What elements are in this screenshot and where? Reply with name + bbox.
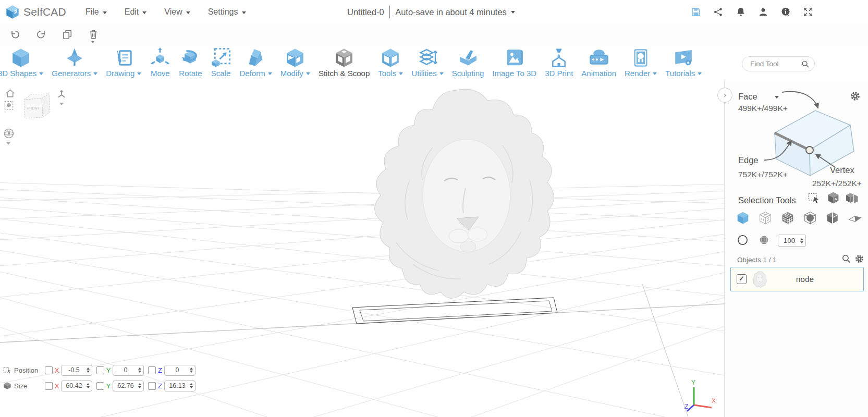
position-z-input[interactable] [164,365,195,376]
toolbar-item-stitch-scoop[interactable]: Stitch & Scoop [319,47,370,78]
orbit-icon[interactable] [3,128,15,139]
objects-settings-gear-icon[interactable] [854,254,864,264]
sphere-cube-mode-icon[interactable] [803,211,817,225]
toolbar-item-label: Tools [378,69,396,78]
find-tool-search[interactable] [742,56,815,71]
chevron-down-icon[interactable] [775,96,779,99]
notifications-icon[interactable] [736,7,746,17]
panel-collapse-button[interactable]: › [717,88,732,103]
stepper-arrows[interactable] [190,383,195,388]
face-mode-label[interactable]: Face [738,92,757,102]
stepper-arrows[interactable] [138,367,143,373]
flat-face-mode-icon[interactable] [848,211,862,225]
marquee-select-icon[interactable] [808,192,820,204]
half-cube-mode-icon[interactable] [826,211,839,225]
size-y-input[interactable] [113,381,144,391]
stepper-arrows[interactable] [138,383,143,388]
size-z-checkbox[interactable] [148,382,156,390]
round-brush-icon[interactable] [737,235,748,246]
toolbar-item-tutorials[interactable]: Tutorials [665,47,702,78]
autosave-text: Auto-save in about 4 minutes [395,7,507,17]
menu-label: Edit [125,7,139,17]
toolbar-item-render[interactable]: Render [625,47,657,78]
size-x-input[interactable] [61,381,92,391]
position-y-input[interactable] [113,365,144,376]
size-y-checkbox[interactable] [96,382,104,390]
toolbar-item-rotate[interactable]: Rotate [179,47,202,78]
mesh-sphere-icon[interactable] [759,235,769,245]
fullscreen-icon[interactable] [803,7,813,17]
toolbar-item-scale[interactable]: Scale [211,47,231,78]
toolbar-item-utilities[interactable]: Utilities [411,47,443,78]
axis-view-icon[interactable] [56,89,67,100]
save-icon[interactable] [691,7,701,17]
fit-view-icon[interactable] [4,101,14,110]
edge-mode-label[interactable]: Edge [738,155,759,165]
size-z-input[interactable] [164,381,195,391]
size-y-value[interactable] [113,382,138,390]
vertex-mode-label[interactable]: Vertex [830,165,854,175]
toolbar-item-modify[interactable]: Modify [280,47,310,78]
size-z-value[interactable] [165,382,190,390]
toolbar-item-label: Utilities [411,69,436,78]
position-x-checkbox[interactable] [45,366,53,374]
share-icon[interactable] [713,7,724,17]
document-title[interactable]: Untitled-0 [347,7,384,17]
position-x-value[interactable] [62,366,87,374]
cube-stack-select-icon[interactable] [846,191,859,204]
toolbar-item-tools[interactable]: Tools [378,47,403,78]
undo-icon[interactable] [9,29,21,41]
account-icon[interactable] [758,7,768,17]
position-y-checkbox[interactable] [96,366,104,374]
toolbar-item-move[interactable]: Move [150,47,170,78]
chevron-down-icon [186,11,190,14]
select-all-mode-icon[interactable] [736,211,750,225]
gear-icon[interactable] [850,91,861,102]
wireframe-mode-icon[interactable] [759,211,772,225]
menu-settings[interactable]: Settings [199,7,255,17]
position-z-value[interactable] [165,366,190,374]
position-x-input[interactable] [61,365,92,376]
menu-view[interactable]: View [155,7,199,17]
autosave-status[interactable]: Auto-save in about 4 minutes [395,7,515,17]
view-cube[interactable]: FRONT [19,91,55,126]
vertex-grid-mode-icon[interactable] [781,211,794,225]
stepper-arrows[interactable] [190,367,195,373]
position-y-value[interactable] [113,366,138,374]
stepper-arrows[interactable] [87,383,92,388]
toolbar-item-animation[interactable]: Animation [581,47,616,78]
menu-file[interactable]: File [77,7,116,17]
redo-icon[interactable] [35,29,47,41]
selection-strength-input[interactable]: 100 [778,235,806,247]
toolbar-item-deform[interactable]: Deform [240,47,272,78]
chevron-down-icon[interactable] [6,142,10,145]
toolbar-item-sculpting[interactable]: Sculpting [452,47,484,78]
size-x-value[interactable] [62,382,87,390]
search-objects-icon[interactable] [841,254,851,264]
toolbar-item-3d-shapes[interactable]: 3D Shapes [0,47,43,78]
size-x-checkbox[interactable] [45,382,53,390]
copy-icon[interactable] [62,29,73,41]
menu-edit[interactable]: Edit [116,7,156,17]
home-view-icon[interactable] [5,89,15,98]
object-list-item[interactable]: ✓ node [730,267,864,291]
top-bar: SelfCAD FileEditViewSettings Untitled-0 … [0,0,868,24]
chevron-down-icon [653,72,657,75]
position-z-checkbox[interactable] [148,366,156,374]
app-logo[interactable]: SelfCAD [5,5,66,19]
toolbar-item-3d-print[interactable]: 3D Print [545,47,573,78]
stepper-arrows[interactable] [800,238,805,243]
info-icon[interactable] [780,7,791,17]
chevron-down-icon[interactable] [59,103,64,105]
chevron-down-icon [39,72,43,75]
stepper-arrows[interactable] [87,367,92,373]
delete-icon[interactable] [88,29,99,41]
find-tool-input[interactable] [749,59,790,68]
toolbar-item-drawing[interactable]: Drawing [106,47,141,78]
chevron-down-icon [142,11,146,14]
cube-select-icon[interactable] [827,191,840,204]
toolbar-item-image-to-3d[interactable]: Image To 3D [492,47,536,78]
main-toolbar-items: 3D Shapes Generators Drawing Move Rotate… [0,46,744,78]
object-checkbox[interactable]: ✓ [737,274,747,284]
toolbar-item-generators[interactable]: Generators [52,47,97,78]
